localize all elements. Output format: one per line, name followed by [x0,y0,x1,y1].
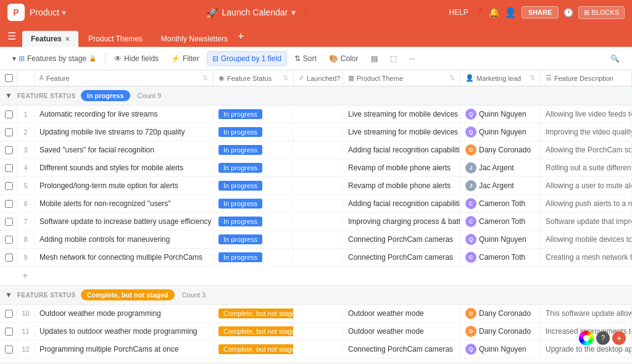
row-launched[interactable] [294,236,343,242]
row-launched[interactable] [294,165,343,171]
avatar-icon[interactable]: 👤 [504,7,517,19]
row-lead[interactable]: C Cameron Toth [460,195,541,212]
row-lead[interactable]: J Jac Argent [460,159,541,176]
row-feature[interactable]: Prolonged/long-term mute option for aler… [35,178,214,193]
row-launched[interactable] [294,254,343,260]
table-row[interactable]: 5 Prolonged/long-term mute option for al… [0,177,632,195]
filter-button[interactable]: ⚡ Filter [166,52,204,65]
table-row[interactable]: 7 Software update to increase battery us… [0,213,632,231]
row-status[interactable]: In progress [214,249,294,265]
row-select[interactable] [5,254,13,262]
table-row[interactable]: 8 Adding mobile controls for maneuvering… [0,231,632,249]
row-feature[interactable]: Automatic recording for live streams [35,107,214,122]
row-feature[interactable]: Software update to increase battery usag… [35,214,214,229]
table-row[interactable]: 2 Updating mobile live streams to 720p q… [0,123,632,141]
row-lead[interactable]: Q Quinn Nguyen [460,341,541,358]
row-checkbox[interactable] [0,250,17,265]
row-select[interactable] [5,236,13,244]
table-row[interactable]: 3 Saved "users" for facial recognition I… [0,141,632,159]
widget-more-button[interactable]: ? [596,331,610,345]
table-row[interactable]: 6 Mobile alerts for non-recognized "user… [0,195,632,213]
color-button[interactable]: 🎨 Color [324,52,364,65]
row-theme[interactable]: Connecting PorchCam cameras [343,232,460,247]
row-checkbox[interactable] [0,307,17,321]
row-launched[interactable] [294,111,343,117]
row-status[interactable]: In progress [214,196,294,212]
add-row-button[interactable]: + [0,358,632,363]
group-collapse-icon[interactable]: ▼ [5,91,12,100]
tab-monthly-newsletters[interactable]: Monthly Newsletters [152,31,236,47]
row-select[interactable] [5,146,13,154]
table-row[interactable]: 9 Mesh network for connecting multiple P… [0,249,632,267]
row-lead[interactable]: D Dany Coronado [460,141,541,159]
th-desc[interactable]: ☰ Feature Description [541,70,632,86]
row-launched[interactable] [294,183,343,189]
row-theme[interactable]: Live streaming for mobile devices [343,125,460,139]
logo[interactable]: P [7,4,25,21]
row-select[interactable] [5,200,13,208]
th-status[interactable]: ◉ Feature Status ⇅ [214,70,294,86]
row-status[interactable]: In progress [214,142,294,158]
row-select[interactable] [5,164,13,172]
more-options-button[interactable]: ··· [404,52,420,65]
row-checkbox[interactable] [0,197,17,211]
row-lead[interactable]: C Cameron Toth [460,249,541,266]
tab-close-icon[interactable]: ✕ [65,36,70,43]
row-status[interactable]: Complete, but not staged [214,341,294,357]
row-launched[interactable] [294,310,343,316]
row-status[interactable]: In progress [214,178,294,194]
tab-features[interactable]: Features ✕ [22,31,78,47]
row-launched[interactable] [294,218,343,225]
row-select[interactable] [5,328,13,336]
row-theme[interactable]: Adding facial recognition capabilities [343,143,460,157]
row-status[interactable]: In progress [214,213,294,230]
row-checkbox[interactable] [0,107,17,122]
row-launched[interactable] [294,147,343,153]
row-theme[interactable]: Live streaming for mobile devices [343,107,460,122]
th-feature[interactable]: A Feature ⇅ [35,70,214,86]
row-feature[interactable]: Outdoor weather mode programming [35,306,214,321]
tab-product-themes[interactable]: Product Themes [80,31,151,47]
row-status[interactable]: In progress [214,124,294,140]
row-theme[interactable]: Outdoor weather mode [343,324,460,339]
row-feature[interactable]: Saved "users" for facial recognition [35,143,214,157]
help-icon[interactable]: ❓ [473,7,484,17]
row-select[interactable] [5,128,13,136]
row-checkbox[interactable] [0,342,17,357]
row-lead[interactable]: D Dany Coronado [460,305,541,322]
hide-fields-button[interactable]: 👁 Hide fields [109,52,164,65]
row-theme[interactable]: Improving charging process & battery lif… [343,214,460,229]
row-select[interactable] [5,345,13,354]
help-label[interactable]: HELP [449,8,468,17]
layout-button-1[interactable]: ▤ [366,52,383,65]
row-launched[interactable] [294,129,343,135]
row-feature[interactable]: Adding mobile controls for maneuvering [35,232,214,247]
add-tab-button[interactable]: + [238,30,244,47]
th-theme[interactable]: ▦ Product Theme ⇅ [343,70,460,86]
row-feature[interactable]: Mobile alerts for non-recognized "users" [35,196,214,211]
row-feature[interactable]: Updates to outdoor weather mode programm… [35,324,214,339]
row-status[interactable]: In progress [214,160,294,176]
row-select[interactable] [5,310,13,318]
row-checkbox[interactable] [0,215,17,229]
row-status[interactable]: In progress [214,231,294,247]
row-theme[interactable]: Connecting PorchCam cameras [343,342,460,357]
table-row[interactable]: 4 Different sounds and styles for mobile… [0,159,632,177]
share-button[interactable]: SHARE [522,6,559,19]
row-checkbox[interactable] [0,161,17,175]
add-row-button[interactable]: + [0,267,632,286]
view-toggle-button[interactable]: ▾ ⊞ Features by stage 🔒 [7,52,101,65]
row-lead[interactable]: Q Quinn Nguyen [460,105,541,123]
th-lead[interactable]: 👤 Marketing lead ⇅ [460,70,541,86]
row-lead[interactable]: Q Quinn Nguyen [460,123,541,141]
row-lead[interactable]: D Dany Coronado [460,323,541,340]
row-theme[interactable]: Connecting PorchCam cameras [343,250,460,265]
color-picker-widget[interactable] [579,331,594,345]
grouped-button[interactable]: ⊟ Grouped by 1 field [207,51,287,66]
table-row[interactable]: 11 Updates to outdoor weather mode progr… [0,323,632,341]
row-select[interactable] [5,110,13,118]
row-checkbox[interactable] [0,143,17,157]
group-collapse-icon[interactable]: ▼ [5,291,12,299]
row-select[interactable] [5,182,13,190]
row-theme[interactable]: Outdoor weather mode [343,306,460,321]
